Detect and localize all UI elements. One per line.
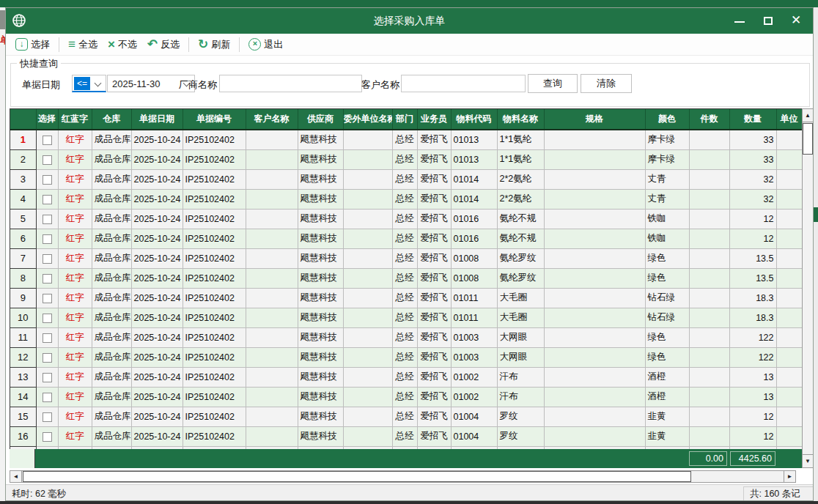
cell-unit (776, 268, 802, 288)
cell-warehouse: 成品仓库 (92, 387, 131, 407)
cell-num: 9 (10, 288, 36, 308)
row-checkbox[interactable] (43, 234, 52, 244)
row-checkbox[interactable] (43, 353, 52, 363)
cell-customer (246, 367, 298, 387)
search-button[interactable]: 查询 (528, 74, 578, 93)
cell-doc_date: 2025-10-24 (131, 288, 183, 308)
horizontal-scroll-thumb[interactable] (23, 471, 691, 482)
column-header-pieces[interactable]: 件数 (689, 109, 729, 130)
scroll-right-arrow-icon[interactable]: ► (784, 471, 795, 482)
row-checkbox[interactable] (43, 136, 52, 145)
table-row[interactable]: 4红字成品仓库2025-10-24IP25102402飓慧科技总经爱招飞0101… (10, 189, 802, 209)
close-button[interactable]: ✕ (787, 8, 805, 34)
row-checkbox[interactable] (43, 274, 52, 284)
select-all-list-button[interactable]: ≡全选 (63, 36, 103, 53)
table-row[interactable]: 6红字成品仓库2025-10-24IP25102402飓慧科技总经爱招飞0101… (10, 229, 802, 248)
row-checkbox[interactable] (43, 314, 52, 323)
cell-pieces (689, 248, 729, 268)
vendor-name-input[interactable] (219, 75, 362, 92)
row-checkbox[interactable] (43, 254, 52, 264)
background-green-fragment (814, 207, 818, 222)
horizontal-scrollbar[interactable]: ◄ ► (10, 470, 796, 483)
table-row[interactable]: 3红字成品仓库2025-10-24IP25102402飓慧科技总经爱招飞0101… (10, 169, 802, 189)
cell-item_code: 01011 (451, 308, 497, 327)
table-row[interactable]: 14红字成品仓库2025-10-24IP25102402飓慧科技总经爱招飞010… (10, 387, 802, 407)
row-checkbox[interactable] (43, 215, 52, 224)
column-header-outsource_unit[interactable]: 委外单位名称 (343, 109, 392, 130)
column-header-warehouse[interactable]: 仓库 (92, 109, 131, 130)
cell-item_name: 大毛圈 (497, 308, 544, 327)
column-header-unit[interactable]: 单位 (776, 109, 802, 130)
orders-grid: 选择红蓝字仓库单据日期单据编号客户名称供应商委外单位名称部门业务员物料代码物料名… (10, 108, 802, 449)
cell-red_blue: 红字 (58, 209, 92, 229)
column-header-num[interactable] (10, 109, 36, 130)
column-header-item_name[interactable]: 物料名称 (497, 109, 544, 130)
table-row[interactable]: 13红字成品仓库2025-10-24IP25102402飓慧科技总经爱招飞010… (10, 367, 802, 387)
customer-name-input[interactable] (401, 75, 526, 92)
column-header-spec[interactable]: 规格 (544, 109, 645, 130)
row-checkbox[interactable] (43, 333, 52, 343)
column-header-red_blue[interactable]: 红蓝字 (58, 109, 92, 130)
table-row[interactable]: 5红字成品仓库2025-10-24IP25102402飓慧科技总经爱招飞0101… (10, 209, 802, 229)
cell-checkbox (36, 327, 58, 347)
maximize-button[interactable] (759, 8, 777, 34)
cell-color: 丈青 (645, 189, 689, 209)
column-header-customer[interactable]: 客户名称 (246, 109, 298, 130)
column-header-doc_no[interactable]: 单据编号 (183, 109, 246, 130)
vertical-scroll-thumb[interactable] (803, 123, 813, 155)
cell-num: 3 (10, 169, 36, 189)
column-header-item_code[interactable]: 物料代码 (451, 109, 497, 130)
column-header-doc_date[interactable]: 单据日期 (131, 109, 183, 130)
column-header-color[interactable]: 颜色 (645, 109, 689, 130)
column-header-salesman[interactable]: 业务员 (417, 109, 451, 130)
cell-warehouse: 成品仓库 (92, 308, 131, 327)
scroll-left-arrow-icon[interactable]: ◄ (10, 471, 22, 482)
row-checkbox[interactable] (43, 373, 52, 382)
row-checkbox[interactable] (43, 412, 52, 422)
table-row[interactable]: 15红字成品仓库2025-10-24IP25102402飓慧科技总经爱招飞010… (10, 407, 802, 426)
deselect-x-button[interactable]: ×不选 (103, 36, 142, 53)
row-checkbox[interactable] (43, 195, 52, 204)
column-header-dept[interactable]: 部门 (392, 109, 417, 130)
cell-outsource_unit (343, 327, 392, 347)
table-row[interactable]: 10红字成品仓库2025-10-24IP25102402飓慧科技总经爱招飞010… (10, 308, 802, 327)
row-checkbox[interactable] (43, 393, 52, 402)
cell-qty: 12 (729, 209, 776, 229)
cell-item_name: 氨纶罗纹 (497, 268, 544, 288)
table-row[interactable]: 16红字成品仓库2025-10-24IP25102402飓慧科技总经爱招飞010… (10, 426, 802, 446)
table-row[interactable]: 9红字成品仓库2025-10-24IP25102402飓慧科技总经爱招飞0101… (10, 288, 802, 308)
table-row[interactable]: 1红字成品仓库2025-10-24IP25102402飓慧科技总经爱招飞0101… (10, 130, 802, 149)
vertical-scrollbar[interactable]: ▲ ▼ (802, 108, 814, 468)
invert-selection-arrow-button[interactable]: ↶反选 (142, 36, 185, 53)
column-header-supplier[interactable]: 供应商 (298, 109, 343, 130)
table-row[interactable]: 11红字成品仓库2025-10-24IP25102402飓慧科技总经爱招飞010… (10, 327, 802, 347)
toolbar-separator (239, 37, 240, 52)
refresh-button[interactable]: ↻刷新 (193, 36, 235, 53)
cell-customer (246, 327, 298, 347)
column-header-checkbox[interactable]: 选择 (36, 109, 58, 130)
row-checkbox[interactable] (43, 432, 52, 442)
select-download-button[interactable]: ↓选择 (10, 36, 55, 53)
minimize-button[interactable] (731, 8, 748, 34)
cell-dept: 总经 (392, 169, 417, 189)
date-operator-combobox[interactable]: <= (72, 75, 106, 92)
row-checkbox[interactable] (43, 294, 52, 303)
table-row[interactable]: 2红字成品仓库2025-10-24IP25102402飓慧科技总经爱招飞0101… (10, 149, 802, 169)
column-header-qty[interactable]: 数量 (729, 109, 776, 130)
table-row[interactable]: 7红字成品仓库2025-10-24IP25102402飓慧科技总经爱招飞0100… (10, 248, 802, 268)
cell-qty: 122 (729, 347, 776, 367)
cell-color: 绿色 (645, 248, 689, 268)
table-row[interactable]: 12红字成品仓库2025-10-24IP25102402飓慧科技总经爱招飞010… (10, 347, 802, 367)
cell-doc_no: IP25102402 (183, 347, 246, 367)
cell-supplier: 飓慧科技 (298, 189, 343, 209)
scroll-up-arrow-icon[interactable]: ▲ (803, 109, 813, 122)
cell-salesman: 爱招飞 (417, 426, 451, 446)
clear-button[interactable]: 清除 (581, 74, 632, 93)
row-checkbox[interactable] (43, 175, 52, 185)
row-checkbox[interactable] (43, 155, 52, 165)
cell-color: 摩卡绿 (645, 149, 689, 169)
scroll-down-arrow-icon[interactable]: ▼ (803, 454, 813, 467)
table-row[interactable]: 8红字成品仓库2025-10-24IP25102402飓慧科技总经爱招飞0100… (10, 268, 802, 288)
cell-outsource_unit (343, 268, 392, 288)
exit-circle-x-button[interactable]: ×退出 (243, 36, 288, 53)
